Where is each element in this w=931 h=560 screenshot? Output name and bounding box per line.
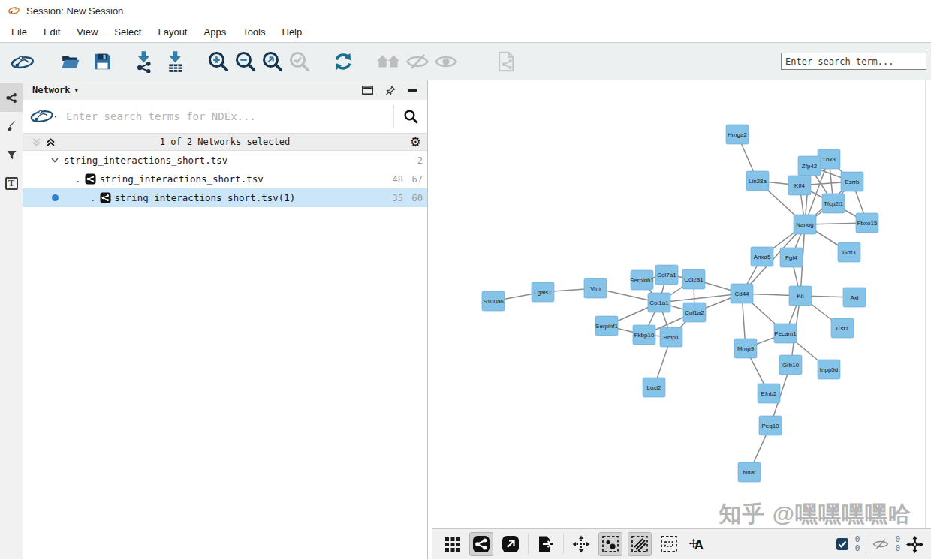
edge-count: 60 — [403, 193, 423, 203]
graph-node-label: Axl — [850, 294, 858, 301]
graph-node-label: Cd44 — [734, 291, 749, 297]
graph-node-label: Mmp9 — [737, 345, 755, 352]
external-arrow-icon — [502, 535, 520, 553]
tab-annotation[interactable]: T — [0, 169, 23, 197]
eye-icon — [434, 52, 458, 71]
node-selection-mode-button[interactable] — [598, 532, 622, 556]
menu-select[interactable]: Select — [106, 23, 149, 41]
graph-node-label: Nanog — [796, 221, 814, 228]
search-input[interactable] — [781, 53, 926, 70]
first-neighbors-button[interactable] — [373, 50, 403, 74]
search-provider-selector[interactable] — [23, 107, 66, 126]
window-title: Session: New Session — [26, 5, 123, 17]
menu-edit[interactable]: Edit — [35, 23, 68, 41]
select-labels-icon: A — [689, 535, 709, 553]
import-network-button[interactable] — [131, 48, 157, 75]
save-session-button[interactable] — [90, 50, 115, 74]
open-session-button[interactable] — [57, 50, 84, 74]
graph-node-label: Col1a1 — [649, 300, 669, 306]
graph-node-label: Hmga2 — [728, 131, 747, 138]
export-view-button[interactable] — [534, 532, 558, 556]
svg-text:A: A — [694, 538, 704, 552]
save-icon — [92, 52, 113, 71]
expand-all-button[interactable] — [46, 137, 56, 147]
network-label: string_interactions_short.tsv — [100, 173, 264, 185]
checkbox-checked-icon[interactable] — [836, 537, 849, 551]
chevron-down-icon — [51, 158, 59, 163]
open-folder-icon — [59, 52, 82, 71]
zoom-selected-button[interactable] — [286, 48, 313, 75]
collapse-all-button[interactable] — [32, 137, 41, 147]
pushpin-icon — [385, 85, 396, 95]
graph-node-label: Peg10 — [761, 423, 779, 429]
menu-apps[interactable]: Apps — [196, 23, 235, 41]
tab-style[interactable] — [0, 112, 23, 140]
network-label: string_interactions_short.tsv(1) — [115, 192, 296, 203]
graph-node-label: Zfp42 — [802, 163, 818, 170]
selected-counts: 0 0 — [855, 535, 860, 553]
panel-dropdown-arrow[interactable]: ▾ — [75, 86, 79, 94]
new-session-button[interactable] — [6, 50, 41, 74]
document-share-icon — [496, 49, 520, 74]
select-annotations-icon — [660, 535, 678, 553]
eye-slash-small-icon[interactable] — [872, 538, 889, 550]
menu-file[interactable]: File — [3, 23, 35, 41]
graph-node-label: Col1a2 — [685, 309, 704, 316]
tab-network[interactable] — [0, 83, 23, 112]
float-panel-button[interactable] — [359, 84, 376, 96]
refresh-icon — [332, 50, 354, 73]
tab-filter[interactable] — [0, 140, 23, 169]
current-network-indicator — [52, 194, 59, 201]
apply-layout-button[interactable] — [330, 48, 357, 75]
pan-crosshair-icon — [572, 535, 590, 553]
graph-node-label: Fgf4 — [785, 254, 798, 261]
gear-icon[interactable]: ⚙ — [410, 136, 421, 149]
zoom-fit-button[interactable] — [259, 48, 286, 75]
menu-layout[interactable]: Layout — [149, 23, 195, 41]
graph-node-label: Lgals1 — [534, 289, 552, 296]
menu-view[interactable]: View — [68, 23, 106, 41]
import-table-icon — [165, 50, 186, 73]
edge-count: 67 — [403, 174, 423, 185]
menu-help[interactable]: Help — [274, 23, 311, 41]
label-selection-mode-button[interactable]: A — [686, 532, 712, 556]
zoom-out-button[interactable] — [232, 48, 259, 75]
panel-title[interactable]: Network — [32, 85, 71, 95]
graph-node-label: Tfcp2l1 — [824, 200, 844, 207]
network-view-button[interactable] — [469, 532, 493, 556]
graph-node-label: Grb10 — [782, 362, 800, 369]
select-edges-icon — [631, 535, 649, 553]
menu-tools[interactable]: Tools — [234, 23, 273, 41]
birdseye-navigator-icon[interactable] — [906, 536, 923, 553]
export-file-icon — [537, 535, 555, 553]
annotation-selection-mode-button[interactable] — [657, 532, 681, 556]
graph-node-label: Kit — [797, 293, 804, 300]
show-all-button[interactable] — [432, 50, 460, 74]
pin-panel-button[interactable] — [382, 83, 399, 97]
network-row-selected[interactable]: . string_interactions_short.tsv(1) 35 60 — [23, 188, 427, 207]
network-panel-header: Network ▾ — [23, 80, 427, 100]
edge-selection-mode-button[interactable] — [628, 532, 652, 556]
main-toolbar — [0, 43, 931, 80]
network-collection-row[interactable]: string_interactions_short.tsv 2 — [23, 151, 427, 170]
import-table-button[interactable] — [163, 48, 188, 75]
minimize-panel-button[interactable] — [405, 88, 420, 93]
network-view-canvas[interactable]: Hmga2Tbx3Zfp42Lin28aKlf4EsrrbTfcp2l1Nano… — [428, 80, 931, 559]
detach-view-button[interactable] — [499, 532, 523, 556]
ndex-search-input[interactable] — [66, 110, 393, 122]
control-panel-tabs: T — [0, 80, 23, 559]
node-count: 48 — [384, 174, 403, 185]
grid-view-button[interactable] — [441, 533, 464, 555]
graph-node-label: Esrrb — [845, 179, 860, 185]
network-row[interactable]: . string_interactions_short.tsv 48 67 — [23, 170, 427, 188]
hidden-counts: 0 0 — [895, 535, 900, 553]
graph-node-label: Tbx3 — [822, 156, 836, 163]
pan-mode-button[interactable] — [569, 532, 593, 556]
zoom-in-button[interactable] — [205, 48, 232, 75]
ndex-search-button[interactable] — [394, 109, 427, 124]
network-graph[interactable]: Hmga2Tbx3Zfp42Lin28aKlf4EsrrbTfcp2l1Nano… — [428, 80, 931, 559]
export-document-button[interactable] — [493, 47, 522, 77]
hide-selected-button[interactable] — [403, 50, 432, 74]
menu-bar: File Edit View Select Layout Apps Tools … — [0, 21, 931, 43]
double-chevron-up-icon — [46, 137, 56, 147]
